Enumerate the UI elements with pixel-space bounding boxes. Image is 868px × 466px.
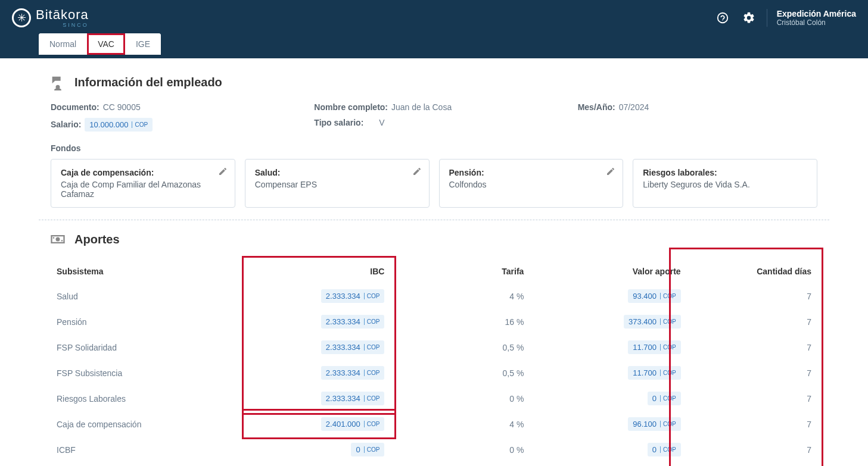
cell-ibc: 0COP (260, 462, 390, 466)
fund-value: Liberty Seguros de Vida S.A. (643, 180, 807, 189)
money-value[interactable]: 2.333.334COP (321, 289, 385, 303)
banner: NormalVACIGE (0, 36, 868, 58)
cell-tarifa: 0 % (390, 462, 530, 466)
cell-sub: SENA (51, 462, 260, 466)
money-value[interactable]: 11.700COP (628, 340, 680, 354)
top-bar: Bitākora SINCO Expedición América Cristó… (0, 0, 868, 36)
money-value[interactable]: 93.400COP (628, 289, 680, 303)
name-label: Nombre completo: (314, 102, 388, 112)
help-icon[interactable] (714, 10, 731, 26)
cell-sub: Pensión (51, 309, 260, 334)
app-logo[interactable]: Bitākora SINCO (12, 8, 89, 28)
cell-sub: FSP Solidaridad (51, 334, 260, 360)
user-block[interactable]: Expedición América Cristóbal Colón (767, 9, 856, 27)
fund-label: Salud: (255, 168, 419, 177)
money-value[interactable]: 373.400COP (624, 315, 681, 329)
cell-valor: 96.100COP (530, 411, 686, 437)
employee-info-grid: Documento: CC 90005 Nombre completo: Jua… (51, 102, 817, 132)
money-value[interactable]: 0COP (648, 392, 681, 405)
cell-tarifa: 16 % (390, 309, 530, 334)
employee-section-header: Información del empleado (49, 74, 829, 90)
tab-vac[interactable]: VAC (87, 33, 125, 55)
gear-icon[interactable] (741, 10, 757, 26)
col-valor: Valor aporte (530, 259, 686, 283)
cell-dias: 7 (687, 462, 817, 466)
fund-label: Pensión: (449, 168, 614, 177)
table-row: ICBF0COP0 %0COP7 (51, 437, 817, 462)
employee-icon (49, 74, 66, 90)
cell-dias: 7 (687, 334, 817, 360)
money-value[interactable]: 2.333.334COP (321, 340, 385, 354)
money-value[interactable]: 2.401.000COP (321, 417, 385, 431)
cell-valor: 0COP (530, 386, 686, 411)
cell-ibc: 2.401.000COP (260, 411, 390, 437)
cell-ibc: 2.333.334COP (260, 283, 390, 309)
money-value[interactable]: 96.100COP (628, 417, 680, 431)
divider (39, 220, 829, 220)
aportes-table: Subsistema IBC Tarifa Valor aporte Canti… (51, 259, 817, 466)
money-value[interactable]: 2.333.334COP (321, 392, 385, 405)
money-value[interactable]: 2.333.334COP (321, 315, 385, 329)
cell-valor: 93.400COP (530, 283, 686, 309)
cell-valor: 373.400COP (530, 309, 686, 334)
wheel-icon (12, 8, 31, 27)
cell-sub: Caja de compensación (51, 411, 260, 437)
cell-tarifa: 0,5 % (390, 360, 530, 386)
cell-dias: 7 (687, 283, 817, 309)
cell-sub: FSP Subsistencia (51, 360, 260, 386)
table-row: Salud2.333.334COP4 %93.400COP7 (51, 283, 817, 309)
tab-ige[interactable]: IGE (125, 33, 161, 55)
tabs: NormalVACIGE (39, 33, 161, 55)
name-value: Juan de la Cosa (391, 102, 452, 112)
salary-type-value: V (379, 118, 384, 127)
period-label: Mes/Año: (578, 102, 615, 112)
money-icon (49, 231, 66, 248)
salary-type-label: Tipo salario: (314, 118, 363, 127)
cell-valor: 11.700COP (530, 334, 686, 360)
fondos-label: Fondos (51, 143, 817, 153)
pencil-icon[interactable] (412, 167, 422, 178)
cell-tarifa: 4 % (390, 411, 530, 437)
table-row: Caja de compensación2.401.000COP4 %96.10… (51, 411, 817, 437)
cell-sub: Salud (51, 283, 260, 309)
app-name: Bitākora (36, 8, 89, 21)
salary-label: Salario: (51, 120, 81, 129)
cell-ibc: 0COP (260, 437, 390, 462)
employee-section-title: Información del empleado (74, 76, 222, 89)
cell-dias: 7 (687, 360, 817, 386)
fund-label: Riesgos laborales: (643, 168, 807, 177)
doc-value: CC 90005 (103, 102, 141, 112)
money-value[interactable]: 11.700COP (628, 366, 680, 380)
table-row: FSP Subsistencia2.333.334COP0,5 %11.700C… (51, 360, 817, 386)
cell-valor: 0COP (530, 437, 686, 462)
col-subsistema: Subsistema (51, 259, 260, 283)
doc-label: Documento: (51, 102, 99, 112)
fund-card: Salud:Compensar EPS (245, 159, 430, 208)
aportes-section-header: Aportes (49, 231, 829, 248)
cell-tarifa: 0 % (390, 386, 530, 411)
cell-ibc: 2.333.334COP (260, 309, 390, 334)
col-tarifa: Tarifa (390, 259, 530, 283)
cell-dias: 7 (687, 437, 817, 462)
col-dias: Cantidad días (687, 259, 817, 283)
col-ibc: IBC (260, 259, 390, 283)
fund-value: Compensar EPS (255, 180, 419, 189)
cell-ibc: 2.333.334COP (260, 360, 390, 386)
pencil-icon[interactable] (606, 167, 615, 178)
table-row: Riesgos Laborales2.333.334COP0 %0COP7 (51, 386, 817, 411)
table-row: FSP Solidaridad2.333.334COP0,5 %11.700CO… (51, 334, 817, 360)
money-value[interactable]: 0COP (351, 443, 384, 456)
salary-value[interactable]: 10.000.000 COP (85, 118, 153, 132)
tab-normal[interactable]: Normal (39, 33, 87, 55)
pencil-icon[interactable] (218, 167, 228, 178)
cell-ibc: 2.333.334COP (260, 386, 390, 411)
money-value[interactable]: 0COP (648, 443, 681, 456)
cell-sub: Riesgos Laborales (51, 386, 260, 411)
aportes-section-title: Aportes (74, 233, 120, 246)
fund-value: Caja de Comp Familiar del Amazonas Cafam… (61, 180, 225, 199)
user-name: Cristóbal Colón (777, 18, 856, 27)
cell-dias: 7 (687, 386, 817, 411)
period-value: 07/2024 (619, 102, 649, 112)
cell-valor: 11.700COP (530, 360, 686, 386)
money-value[interactable]: 2.333.334COP (321, 366, 385, 380)
